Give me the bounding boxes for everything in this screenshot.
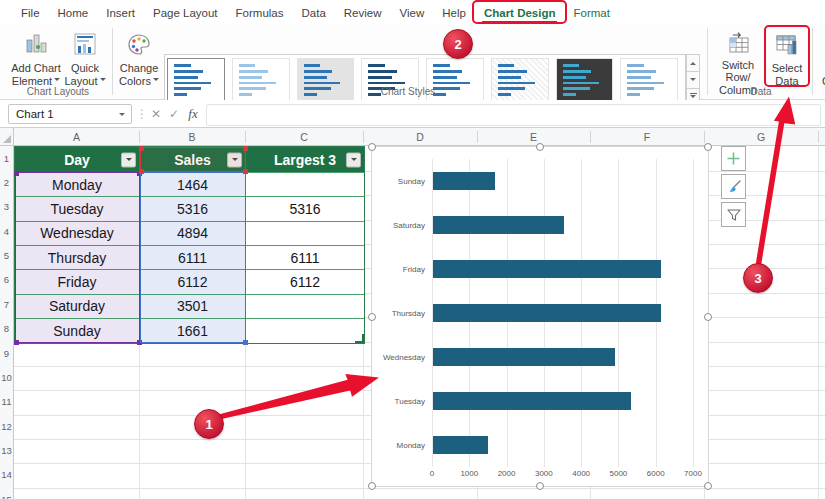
row-header-13[interactable]: 13 bbox=[0, 439, 13, 463]
row-header-3[interactable]: 3 bbox=[0, 195, 13, 219]
tab-data[interactable]: Data bbox=[293, 2, 335, 24]
chart-selection-handle[interactable] bbox=[704, 482, 712, 490]
table-row: Saturday3501 bbox=[15, 294, 364, 318]
row-header-15[interactable]: 15 bbox=[0, 488, 13, 499]
formula-bar-drag-dots-icon[interactable]: ⋮ bbox=[137, 104, 147, 124]
column-header-E[interactable]: E bbox=[530, 128, 537, 146]
select-all-corner[interactable] bbox=[0, 128, 14, 146]
column-header-G[interactable]: G bbox=[757, 128, 765, 146]
row-header-12[interactable]: 12 bbox=[0, 415, 13, 439]
chart-selection-handle[interactable] bbox=[368, 313, 376, 321]
formula-input[interactable] bbox=[206, 104, 821, 126]
plus-icon bbox=[726, 151, 741, 166]
cell-day-row8[interactable]: Sunday bbox=[15, 319, 140, 342]
row-header-11[interactable]: 11 bbox=[0, 390, 13, 414]
cell-largest3-row8[interactable] bbox=[246, 319, 364, 342]
cancel-icon[interactable]: ✕ bbox=[148, 104, 164, 124]
dropdown-chevron-icon bbox=[153, 78, 159, 84]
chart-selection-handle[interactable] bbox=[704, 313, 712, 321]
chart-selection-handle[interactable] bbox=[368, 143, 376, 151]
name-box[interactable]: Chart 1 bbox=[8, 104, 132, 124]
enter-icon[interactable]: ✓ bbox=[166, 104, 182, 124]
table-header-sales: Sales bbox=[140, 147, 246, 172]
tab-formulas[interactable]: Formulas bbox=[227, 2, 293, 24]
column-header-F[interactable]: F bbox=[644, 128, 650, 146]
tab-page-layout[interactable]: Page Layout bbox=[144, 2, 227, 24]
row-header-8[interactable]: 8 bbox=[0, 317, 13, 341]
cell-largest3-row3[interactable]: 5316 bbox=[246, 197, 364, 220]
switch-row-column-label: Switch Row/ bbox=[722, 59, 754, 84]
tab-view[interactable]: View bbox=[391, 2, 434, 24]
x-axis-tick-label: 4000 bbox=[572, 469, 590, 478]
cell-largest3-row2[interactable] bbox=[246, 173, 364, 196]
cell-day-row2[interactable]: Monday bbox=[15, 173, 140, 196]
cell-largest3-row7[interactable] bbox=[246, 295, 364, 318]
change-chart-type-button-clipped[interactable]: C Ch bbox=[814, 28, 825, 96]
filter-dropdown-button[interactable] bbox=[121, 152, 136, 167]
cell-largest3-row6[interactable]: 6112 bbox=[246, 270, 364, 293]
formula-bar: Chart 1 ⋮ ✕ ✓ fx bbox=[0, 100, 825, 128]
chart-selection-handle[interactable] bbox=[536, 143, 544, 151]
tab-file[interactable]: File bbox=[12, 2, 49, 24]
filter-dropdown-button[interactable] bbox=[227, 152, 242, 167]
cell-largest3-row5[interactable]: 6111 bbox=[246, 246, 364, 269]
row-header-4[interactable]: 4 bbox=[0, 220, 13, 244]
cell-day-row5[interactable]: Thursday bbox=[15, 246, 140, 269]
cell-sales-row3[interactable]: 5316 bbox=[140, 197, 246, 220]
chart-styles-gallery bbox=[164, 54, 686, 106]
chart-styles-button[interactable] bbox=[721, 174, 746, 199]
chart-bar-monday[interactable] bbox=[433, 436, 488, 454]
cell-sales-row5[interactable]: 6111 bbox=[140, 246, 246, 269]
row-header-14[interactable]: 14 bbox=[0, 463, 13, 487]
chart-bar-sunday[interactable] bbox=[433, 172, 495, 190]
row-header-10[interactable]: 10 bbox=[0, 366, 13, 390]
column-headers[interactable]: ABCDEFG bbox=[0, 128, 825, 146]
cell-largest3-row4[interactable] bbox=[246, 222, 364, 245]
chart-elements-button[interactable] bbox=[721, 146, 746, 171]
y-axis-category-label: Wednesday bbox=[375, 353, 425, 362]
cell-day-row3[interactable]: Tuesday bbox=[15, 197, 140, 220]
chart-bar-friday[interactable] bbox=[433, 260, 661, 278]
filter-dropdown-button[interactable] bbox=[346, 152, 361, 167]
tab-home[interactable]: Home bbox=[49, 2, 98, 24]
row-header-5[interactable]: 5 bbox=[0, 244, 13, 268]
row-header-1[interactable]: 1 bbox=[0, 146, 13, 171]
chart-filters-button[interactable] bbox=[721, 202, 746, 227]
insert-function-icon[interactable]: fx bbox=[185, 104, 201, 124]
cell-sales-row2[interactable]: 1464 bbox=[140, 173, 246, 196]
table-resize-handle[interactable] bbox=[355, 334, 364, 343]
tab-insert[interactable]: Insert bbox=[97, 2, 144, 24]
cell-sales-row4[interactable]: 4894 bbox=[140, 222, 246, 245]
chart-bar-thursday[interactable] bbox=[433, 304, 661, 322]
row-header-2[interactable]: 2 bbox=[0, 171, 13, 195]
row-headers[interactable]: 123456789101112131415 bbox=[0, 146, 14, 499]
column-header-A[interactable]: A bbox=[73, 128, 80, 146]
column-header-D[interactable]: D bbox=[416, 128, 424, 146]
excel-window: { "menu_tabs": [ {"label": "File"}, {"la… bbox=[0, 0, 825, 499]
row-header-6[interactable]: 6 bbox=[0, 268, 13, 292]
tab-help[interactable]: Help bbox=[433, 2, 475, 24]
cell-sales-row8[interactable]: 1661 bbox=[140, 319, 246, 342]
row-header-7[interactable]: 7 bbox=[0, 293, 13, 317]
cell-day-row7[interactable]: Saturday bbox=[15, 295, 140, 318]
cell-day-row4[interactable]: Wednesday bbox=[15, 222, 140, 245]
chart-selection-handle[interactable] bbox=[368, 482, 376, 490]
cell-sales-row6[interactable]: 6112 bbox=[140, 270, 246, 293]
chart-bar-wednesday[interactable] bbox=[433, 348, 615, 366]
tab-review[interactable]: Review bbox=[335, 2, 391, 24]
data-table[interactable]: DaySalesLargest 3Monday1464Tuesday531653… bbox=[14, 146, 365, 344]
column-header-B[interactable]: B bbox=[188, 128, 195, 146]
tab-format[interactable]: Format bbox=[564, 2, 618, 24]
chart-selection-handle[interactable] bbox=[536, 482, 544, 490]
select-data-icon bbox=[773, 30, 801, 60]
chart-bar-saturday[interactable] bbox=[433, 216, 564, 234]
cell-day-row6[interactable]: Friday bbox=[15, 270, 140, 293]
embedded-bar-chart[interactable]: 01000200030004000500060007000SundaySatur… bbox=[371, 146, 709, 487]
row-header-9[interactable]: 9 bbox=[0, 342, 13, 366]
chart-selection-handle[interactable] bbox=[704, 143, 712, 151]
gallery-scroll-up-button[interactable] bbox=[686, 54, 700, 72]
chart-bar-tuesday[interactable] bbox=[433, 392, 631, 410]
column-header-C[interactable]: C bbox=[300, 128, 308, 146]
tab-chart-design[interactable]: Chart Design bbox=[475, 2, 565, 24]
cell-sales-row7[interactable]: 3501 bbox=[140, 295, 246, 318]
